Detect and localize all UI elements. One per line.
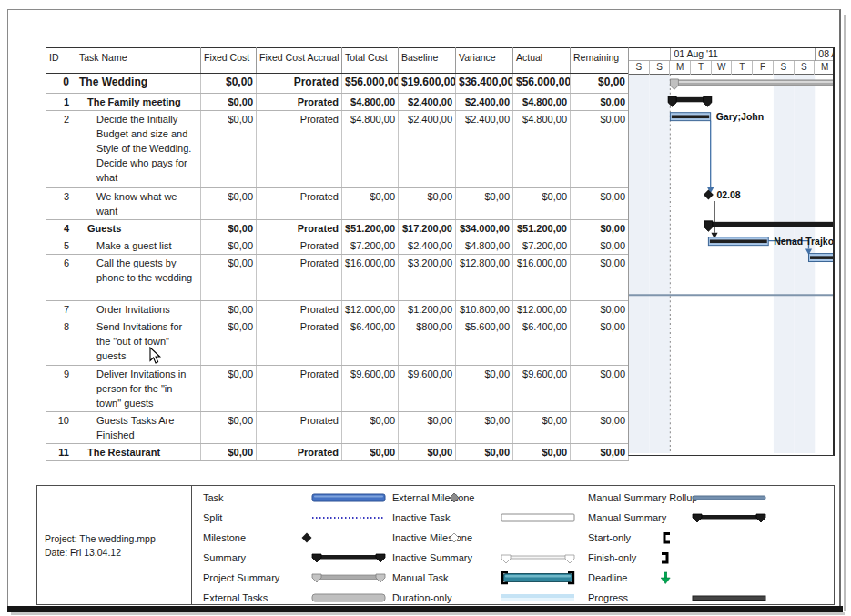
cell-task-name: Guests [76, 220, 201, 237]
cell-value: $0,00 [342, 444, 399, 461]
cell-value: Prorated [257, 220, 342, 237]
inactive-task-bar-icon [447, 510, 576, 525]
cell-value: Prorated [257, 318, 342, 366]
cell-value: $6.400,00 [342, 318, 399, 366]
cell-value: $2.400,00 [399, 237, 456, 255]
gantt-chart: 01 Aug '1108 A SSMTWTFSSM Gary;John02.08… [628, 47, 835, 456]
cell-value: $0,00 [513, 412, 571, 444]
svg-text:Gary;John: Gary;John [716, 112, 764, 122]
cell-value: $7.200,00 [513, 237, 571, 255]
cell-value: $0,00 [399, 412, 456, 444]
cell-task-name: The Wedding [76, 74, 201, 94]
cell-value: $17.200,00 [399, 220, 456, 237]
column-header: Baseline [399, 48, 456, 74]
start-only-bracket-icon [658, 530, 767, 545]
legend-label: Project Summary [203, 571, 279, 585]
cell-id: 5 [46, 237, 76, 255]
cell-value: $56.000,00 [513, 74, 571, 94]
cell-value: $0,00 [513, 188, 571, 220]
cell-value: Prorated [257, 111, 342, 188]
cell-value: $0,00 [456, 412, 513, 444]
legend-label: External Tasks [203, 591, 268, 605]
cell-value: $4.800,00 [456, 237, 513, 255]
cell-value: $9.600,00 [399, 366, 456, 412]
table-row: 8 Send Invitations for the "out of town"… [46, 318, 629, 366]
day-label: S [650, 61, 671, 75]
external-milestone-icon [447, 490, 576, 505]
manual-summary-bar-icon [658, 510, 767, 525]
cell-value: $4.800,00 [513, 111, 571, 188]
cell-value: $51.200,00 [342, 220, 399, 237]
cell-task-name: Decide the Initially Budget and size and… [76, 111, 201, 188]
cell-value: $0,00 [399, 444, 456, 461]
summary-bar-icon [299, 550, 387, 565]
day-label: M [670, 61, 691, 75]
cell-value: $0,00 [456, 366, 513, 412]
cell-value: $2.400,00 [399, 111, 456, 188]
cell-value: $3.200,00 [399, 255, 456, 301]
external-tasks-bar-icon [299, 591, 387, 605]
cell-value: $2.400,00 [456, 94, 513, 111]
finish-only-bracket-icon [658, 550, 767, 565]
cell-value: $0,00 [456, 188, 513, 220]
milestone-diamond-icon [299, 530, 387, 545]
cell-task-name: Send Invitations for the "out of town" g… [76, 318, 201, 366]
legend-label: Task [203, 490, 224, 505]
cell-value: $56.000,00 [342, 74, 399, 94]
table-row: 1 The Family meeting $0,00Prorated$4.800… [46, 94, 629, 111]
cell-id: 2 [46, 111, 76, 188]
legend-label: Summary [203, 550, 246, 565]
cell-value: $0,00 [571, 74, 629, 94]
cell-value: $0,00 [201, 237, 257, 255]
cell-task-name: The Restaurant [76, 444, 201, 461]
print-preview-page[interactable]: IDTask NameFixed CostFixed Cost AccrualT… [0, 0, 851, 616]
task-bar-icon [299, 490, 387, 505]
day-label: S [774, 61, 795, 75]
cell-value: Prorated [257, 301, 342, 318]
table-row: 4 Guests $0,00Prorated$51.200,00$17.200,… [46, 220, 629, 237]
cell-value: $0,00 [201, 188, 257, 220]
svg-text:02.08: 02.08 [716, 190, 740, 200]
cell-value: Prorated [257, 188, 342, 220]
cell-value: $0,00 [571, 220, 629, 237]
cell-value: $12.000,00 [342, 301, 399, 318]
cell-task-name: Guests Tasks Are Finished [76, 412, 201, 444]
cell-value: $0,00 [399, 188, 456, 220]
cell-value: $0,00 [571, 237, 629, 255]
cell-value: Prorated [257, 366, 342, 412]
task-table: IDTask NameFixed CostFixed Cost AccrualT… [46, 47, 629, 461]
cell-id: 4 [46, 220, 76, 237]
day-label: W [712, 61, 733, 75]
cell-value: Prorated [257, 444, 342, 461]
cell-id: 10 [46, 412, 76, 444]
timeline-week-header: 01 Aug '1108 A [629, 48, 833, 61]
cell-value: $2.400,00 [456, 111, 513, 188]
cell-value: $1.200,00 [399, 301, 456, 318]
cell-task-name: We know what we want [76, 188, 201, 220]
cell-value: $0,00 [571, 188, 629, 220]
inactive-summary-bar-icon [447, 550, 576, 565]
column-header: Actual [513, 48, 571, 74]
cell-value: $34.000,00 [456, 220, 513, 237]
cell-value: $0,00 [571, 412, 629, 444]
day-label: S [629, 61, 650, 75]
cell-value: $5.600,00 [456, 318, 513, 366]
timeline-day-header: SSMTWTFSSM [629, 61, 833, 75]
cell-value: $12.800,00 [456, 255, 513, 301]
table-row: 0 The Wedding $0,00Prorated$56.000,00$19… [46, 74, 629, 94]
cell-id: 7 [46, 301, 76, 318]
day-label: T [733, 61, 754, 75]
cell-value: $4.800,00 [342, 111, 399, 188]
legend-label: Milestone [203, 530, 246, 545]
project-summary-bar-icon [299, 571, 387, 585]
manual-summary-rollup-icon [658, 490, 767, 505]
cell-id: 11 [46, 444, 76, 461]
column-header: Remaining [571, 48, 629, 74]
table-row: 7 Order Invitations $0,00Prorated$12.000… [46, 301, 629, 318]
cell-value: $0,00 [342, 188, 399, 220]
progress-bar-icon [658, 591, 767, 605]
page-shadow [11, 612, 845, 615]
deadline-arrow-icon [658, 571, 767, 585]
cell-value: $0,00 [513, 444, 571, 461]
table-header-row: IDTask NameFixed CostFixed Cost AccrualT… [46, 48, 629, 74]
